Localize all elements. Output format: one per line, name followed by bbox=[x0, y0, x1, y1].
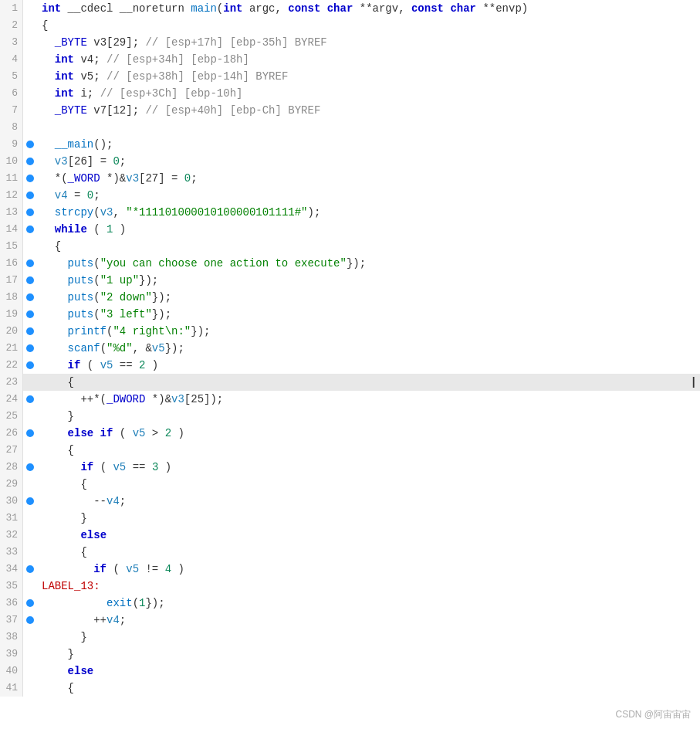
code-line: 2{ bbox=[0, 17, 700, 34]
code-text: } bbox=[37, 646, 700, 663]
breakpoint-area[interactable] bbox=[23, 323, 37, 340]
token-kw: const bbox=[288, 2, 320, 15]
breakpoint-area[interactable] bbox=[23, 493, 37, 510]
breakpoint-area[interactable] bbox=[23, 391, 37, 408]
line-number: 33 bbox=[0, 544, 23, 561]
line-number: 20 bbox=[0, 323, 23, 340]
breakpoint-area[interactable] bbox=[23, 663, 37, 680]
code-text: if ( v5 == 2 ) bbox=[37, 357, 700, 374]
breakpoint-dot bbox=[26, 175, 34, 182]
breakpoint-area[interactable] bbox=[23, 680, 37, 697]
code-line: 12 v4 = 0; bbox=[0, 187, 700, 204]
breakpoint-area[interactable] bbox=[23, 442, 37, 459]
token-plain: }); bbox=[165, 342, 184, 354]
breakpoint-area[interactable] bbox=[23, 544, 37, 561]
token-plain bbox=[42, 70, 55, 83]
code-text: { bbox=[37, 374, 700, 391]
breakpoint-area[interactable] bbox=[23, 629, 37, 646]
breakpoint-area[interactable] bbox=[23, 0, 37, 17]
line-number: 7 bbox=[0, 102, 23, 119]
token-plain: ; bbox=[120, 614, 126, 626]
breakpoint-area[interactable] bbox=[23, 408, 37, 425]
token-cmt: // [esp+17h] [ebp-35h] BYREF bbox=[145, 36, 326, 49]
token-plain: }); bbox=[191, 325, 210, 337]
line-number: 11 bbox=[0, 170, 23, 187]
token-plain: == bbox=[113, 359, 139, 371]
breakpoint-area[interactable] bbox=[23, 187, 37, 204]
code-text: printf("4 right\n:"}); bbox=[37, 323, 700, 340]
token-plain: }); bbox=[139, 274, 158, 287]
token-str: "you can choose one action to execute" bbox=[100, 257, 347, 270]
token-plain bbox=[320, 2, 326, 15]
token-var: v4 bbox=[107, 495, 120, 507]
breakpoint-area[interactable] bbox=[23, 119, 37, 136]
token-plain: ) bbox=[145, 359, 158, 371]
line-number: 14 bbox=[0, 221, 23, 238]
breakpoint-area[interactable] bbox=[23, 527, 37, 544]
breakpoint-dot bbox=[26, 395, 34, 403]
token-plain bbox=[42, 274, 68, 287]
breakpoint-area[interactable] bbox=[23, 102, 37, 119]
code-text: if ( v5 == 3 ) bbox=[37, 459, 700, 476]
breakpoint-area[interactable] bbox=[23, 476, 37, 493]
breakpoint-area[interactable] bbox=[23, 374, 37, 391]
breakpoint-area[interactable] bbox=[23, 510, 37, 527]
token-plain: [25]); bbox=[184, 393, 223, 405]
breakpoint-area[interactable] bbox=[23, 136, 37, 153]
line-number: 3 bbox=[0, 34, 23, 51]
line-number: 37 bbox=[0, 612, 23, 629]
breakpoint-area[interactable] bbox=[23, 340, 37, 357]
code-text: { bbox=[37, 476, 700, 493]
token-plain: ++*( bbox=[42, 393, 107, 405]
breakpoint-area[interactable] bbox=[23, 289, 37, 306]
code-text: puts("3 left"}); bbox=[37, 306, 700, 323]
breakpoint-area[interactable] bbox=[23, 272, 37, 289]
token-plain bbox=[42, 308, 68, 320]
token-plain: ; bbox=[120, 495, 126, 507]
code-text: v3[26] = 0; bbox=[37, 153, 700, 170]
breakpoint-area[interactable] bbox=[23, 17, 37, 34]
breakpoint-area[interactable] bbox=[23, 204, 37, 221]
breakpoint-area[interactable] bbox=[23, 612, 37, 629]
breakpoint-area[interactable] bbox=[23, 34, 37, 51]
breakpoint-area[interactable] bbox=[23, 357, 37, 374]
token-plain bbox=[42, 359, 68, 371]
token-str: "*111101000010100000101111#" bbox=[126, 206, 307, 219]
code-line: 17 puts("1 up"}); bbox=[0, 272, 700, 289]
breakpoint-area[interactable] bbox=[23, 255, 37, 272]
breakpoint-area[interactable] bbox=[23, 153, 37, 170]
breakpoint-area[interactable] bbox=[23, 221, 37, 238]
breakpoint-area[interactable] bbox=[23, 68, 37, 85]
token-plain: ( bbox=[107, 563, 126, 575]
code-line: 19 puts("3 left"}); bbox=[0, 306, 700, 323]
code-text: _BYTE v7[12]; // [esp+40h] [ebp-Ch] BYRE… bbox=[37, 102, 700, 119]
breakpoint-area[interactable] bbox=[23, 459, 37, 476]
token-str: "4 right\n:" bbox=[113, 325, 191, 337]
code-text: __main(); bbox=[37, 136, 700, 153]
breakpoint-area[interactable] bbox=[23, 578, 37, 595]
token-plain bbox=[42, 223, 55, 236]
token-fn: printf bbox=[68, 325, 107, 337]
breakpoint-area[interactable] bbox=[23, 85, 37, 102]
token-kw: if bbox=[80, 461, 93, 473]
breakpoint-area[interactable] bbox=[23, 51, 37, 68]
token-plain: ; bbox=[120, 155, 126, 168]
breakpoint-area[interactable] bbox=[23, 170, 37, 187]
breakpoint-area[interactable] bbox=[23, 561, 37, 578]
code-line: 28 if ( v5 == 3 ) bbox=[0, 459, 700, 476]
breakpoint-area[interactable] bbox=[23, 646, 37, 663]
code-line: 10 v3[26] = 0; bbox=[0, 153, 700, 170]
token-num: 4 bbox=[165, 563, 171, 575]
line-number: 8 bbox=[0, 119, 23, 136]
breakpoint-area[interactable] bbox=[23, 306, 37, 323]
token-plain: > bbox=[145, 427, 164, 439]
breakpoint-dot bbox=[26, 158, 34, 165]
token-plain: **envp) bbox=[476, 2, 528, 15]
breakpoint-area[interactable] bbox=[23, 238, 37, 255]
line-number: 24 bbox=[0, 391, 23, 408]
line-number: 19 bbox=[0, 306, 23, 323]
token-str: "1 up" bbox=[100, 274, 139, 287]
token-fn: __main bbox=[55, 138, 93, 151]
breakpoint-area[interactable] bbox=[23, 425, 37, 442]
breakpoint-area[interactable] bbox=[23, 595, 37, 612]
